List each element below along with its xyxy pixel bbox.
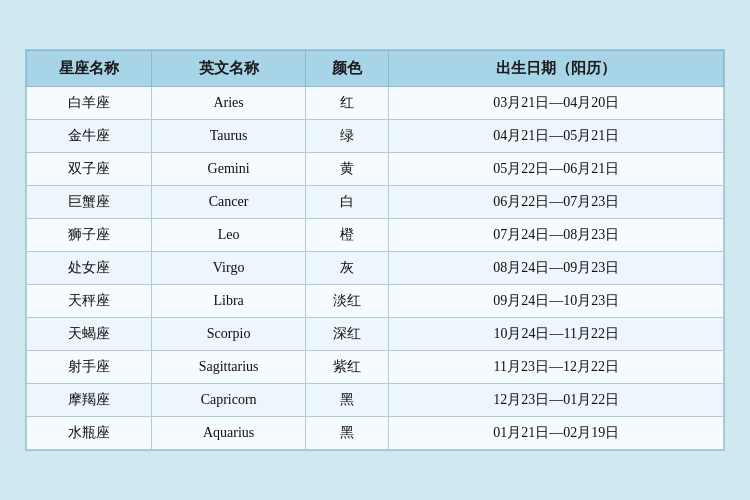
cell-color: 黑 [305,417,389,450]
cell-english: Cancer [152,186,305,219]
cell-color: 白 [305,186,389,219]
cell-date: 12月23日—01月22日 [389,384,724,417]
cell-chinese: 处女座 [27,252,152,285]
cell-chinese: 天蝎座 [27,318,152,351]
cell-english: Taurus [152,120,305,153]
cell-color: 黄 [305,153,389,186]
cell-date: 08月24日—09月23日 [389,252,724,285]
zodiac-table-container: 星座名称 英文名称 颜色 出生日期（阳历） 白羊座Aries红03月21日—04… [25,49,725,451]
zodiac-table: 星座名称 英文名称 颜色 出生日期（阳历） 白羊座Aries红03月21日—04… [26,50,724,450]
cell-color: 深红 [305,318,389,351]
cell-english: Scorpio [152,318,305,351]
cell-color: 黑 [305,384,389,417]
table-header-row: 星座名称 英文名称 颜色 出生日期（阳历） [27,51,724,87]
cell-date: 04月21日—05月21日 [389,120,724,153]
cell-english: Capricorn [152,384,305,417]
table-row: 水瓶座Aquarius黑01月21日—02月19日 [27,417,724,450]
cell-date: 09月24日—10月23日 [389,285,724,318]
cell-date: 01月21日—02月19日 [389,417,724,450]
header-english: 英文名称 [152,51,305,87]
cell-date: 06月22日—07月23日 [389,186,724,219]
cell-color: 紫红 [305,351,389,384]
table-row: 天蝎座Scorpio深红10月24日—11月22日 [27,318,724,351]
cell-date: 10月24日—11月22日 [389,318,724,351]
cell-chinese: 天秤座 [27,285,152,318]
cell-english: Aquarius [152,417,305,450]
cell-english: Libra [152,285,305,318]
table-row: 处女座Virgo灰08月24日—09月23日 [27,252,724,285]
cell-chinese: 双子座 [27,153,152,186]
cell-chinese: 白羊座 [27,87,152,120]
cell-english: Sagittarius [152,351,305,384]
cell-color: 橙 [305,219,389,252]
cell-color: 绿 [305,120,389,153]
cell-date: 05月22日—06月21日 [389,153,724,186]
cell-english: Virgo [152,252,305,285]
table-row: 金牛座Taurus绿04月21日—05月21日 [27,120,724,153]
header-date: 出生日期（阳历） [389,51,724,87]
cell-color: 红 [305,87,389,120]
table-row: 射手座Sagittarius紫红11月23日—12月22日 [27,351,724,384]
cell-color: 淡红 [305,285,389,318]
cell-chinese: 金牛座 [27,120,152,153]
table-row: 狮子座Leo橙07月24日—08月23日 [27,219,724,252]
cell-english: Leo [152,219,305,252]
cell-chinese: 水瓶座 [27,417,152,450]
cell-chinese: 巨蟹座 [27,186,152,219]
table-row: 摩羯座Capricorn黑12月23日—01月22日 [27,384,724,417]
cell-chinese: 射手座 [27,351,152,384]
cell-english: Gemini [152,153,305,186]
cell-english: Aries [152,87,305,120]
table-row: 天秤座Libra淡红09月24日—10月23日 [27,285,724,318]
table-row: 白羊座Aries红03月21日—04月20日 [27,87,724,120]
table-row: 巨蟹座Cancer白06月22日—07月23日 [27,186,724,219]
cell-color: 灰 [305,252,389,285]
cell-chinese: 摩羯座 [27,384,152,417]
table-row: 双子座Gemini黄05月22日—06月21日 [27,153,724,186]
header-chinese: 星座名称 [27,51,152,87]
header-color: 颜色 [305,51,389,87]
cell-date: 07月24日—08月23日 [389,219,724,252]
cell-date: 03月21日—04月20日 [389,87,724,120]
cell-date: 11月23日—12月22日 [389,351,724,384]
cell-chinese: 狮子座 [27,219,152,252]
